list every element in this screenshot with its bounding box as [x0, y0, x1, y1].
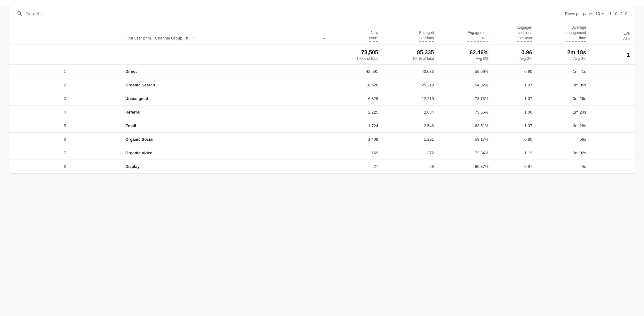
table-row: 7 Organic Video 169 272 72.34% 1.19 3m 0… [9, 146, 635, 160]
row-sort-cell [317, 92, 328, 106]
rows-per-page-label: Rows per page: [565, 11, 593, 16]
row-engagement-rate: 60.87% [439, 160, 493, 173]
row-sort-cell [317, 119, 328, 133]
row-new-users: 2,225 [328, 106, 383, 119]
table-row: 3 Unassigned 6,828 12,219 73.73% 1.07 3m… [9, 92, 635, 106]
events-label: EveAll e [623, 31, 630, 42]
sort-down-icon [322, 36, 326, 41]
search-box[interactable]: Search... [17, 10, 44, 17]
row-sort-cell [317, 106, 328, 119]
dimension-dropdown-icon: ▾ [186, 35, 188, 41]
row-sort-cell [317, 65, 328, 78]
row-new-users: 18,526 [328, 78, 383, 92]
row-engagement-rate: 72.34% [439, 146, 493, 160]
engaged-sessions-per-user-label: Engagedsessionsper user [517, 25, 532, 42]
row-engagement-rate: 63.51% [439, 119, 493, 133]
row-sort-cell [317, 160, 328, 173]
row-avg-engagement-time: 3m 26s [537, 92, 591, 106]
new-users-header[interactable]: Newusers [328, 21, 383, 44]
row-engaged-sessions: 2,546 [383, 119, 439, 133]
total-avg-time-value: 2m 18s [542, 49, 586, 56]
total-esp-user-value: 0.96 [498, 49, 532, 56]
table-row: 6 Organic Social 1,409 1,221 58.17% 0.80… [9, 133, 635, 146]
channel-name[interactable]: Organic Search [120, 78, 317, 92]
row-sort-cell [317, 133, 328, 146]
row-events [591, 78, 635, 92]
analytics-table: First user prim…Channel Group) ▾ + Newus… [9, 21, 635, 173]
total-new-users-value: 73,505 [332, 49, 378, 56]
sort-indicator-header [317, 21, 328, 44]
row-number: 4 [9, 106, 120, 119]
row-avg-engagement-time: 3m 28s [537, 119, 591, 133]
engagement-rate-header[interactable]: Engagementrate [439, 21, 493, 44]
channel-name[interactable]: Unassigned [120, 92, 317, 106]
total-engagement-rate-value: 62.46% [444, 49, 488, 56]
rows-select[interactable]: 10 [596, 11, 604, 16]
row-sort-cell [317, 146, 328, 160]
totals-events: 1 [591, 44, 635, 65]
totals-empty-cell [9, 44, 317, 65]
row-engaged-sessions: 25,219 [383, 78, 439, 92]
table-row: 4 Referral 2,225 2,634 73.55% 1.06 1m 24… [9, 106, 635, 119]
row-engaged-sessions-per-user: 1.06 [493, 106, 537, 119]
avg-engagement-time-header[interactable]: Averageengagementtime [537, 21, 591, 44]
row-events [591, 92, 635, 106]
row-number: 6 [9, 133, 120, 146]
new-users-label: Newusers [369, 30, 378, 42]
row-number: 7 [9, 146, 120, 160]
row-engaged-sessions-per-user: 1.07 [493, 92, 537, 106]
row-engaged-sessions-per-user: 0.97 [493, 160, 537, 173]
row-avg-engagement-time: 1m 24s [537, 106, 591, 119]
row-engaged-sessions: 12,219 [383, 92, 439, 106]
row-events [591, 160, 635, 173]
search-icon [17, 10, 23, 17]
add-dimension-button[interactable]: + [192, 35, 196, 42]
row-new-users: 42,591 [328, 65, 383, 78]
row-engaged-sessions-per-user: 0.90 [493, 65, 537, 78]
totals-row: 73,505 100% of total 85,335 100% of tota… [9, 44, 635, 65]
engaged-sessions-per-user-header[interactable]: Engagedsessionsper user [493, 21, 537, 44]
toolbar: Search... Rows per page: 10 1-10 of 10 [9, 6, 635, 21]
total-engaged-sessions-value: 85,335 [388, 49, 434, 56]
row-events [591, 65, 635, 78]
table-body: 1 Direct 42,591 43,083 59.06% 0.90 1m 41… [9, 65, 635, 173]
row-engaged-sessions-per-user: 1.07 [493, 78, 537, 92]
rows-per-page: Rows per page: 10 [565, 11, 604, 16]
column-header-row: First user prim…Channel Group) ▾ + Newus… [9, 21, 635, 44]
channel-name[interactable]: Email [120, 119, 317, 133]
row-sort-cell [317, 78, 328, 92]
row-number: 1 [9, 65, 120, 78]
totals-engaged-sessions-per-user: 0.96 Avg 0% [493, 44, 537, 65]
channel-name[interactable]: Display [120, 160, 317, 173]
totals-engagement-rate: 62.46% Avg 0% [439, 44, 493, 65]
row-new-users: 1,409 [328, 133, 383, 146]
dimension-col-label: First user prim…Channel Group) [125, 36, 184, 40]
total-events-value: 1 [596, 52, 630, 58]
total-engagement-rate-sub: Avg 0% [444, 56, 488, 61]
channel-name[interactable]: Organic Social [120, 133, 317, 146]
row-engaged-sessions-per-user: 0.80 [493, 133, 537, 146]
channel-name[interactable]: Referral [120, 106, 317, 119]
row-events [591, 106, 635, 119]
totals-sort-cell [317, 44, 328, 65]
row-avg-engagement-time: 44s [537, 160, 591, 173]
dimension-column-header[interactable] [9, 21, 120, 44]
row-avg-engagement-time: 1m 41s [537, 65, 591, 78]
row-events [591, 119, 635, 133]
channel-name[interactable]: Organic Video [120, 146, 317, 160]
events-header[interactable]: EveAll e [591, 21, 635, 44]
table-row: 1 Direct 42,591 43,083 59.06% 0.90 1m 41… [9, 65, 635, 78]
row-avg-engagement-time: 3m 02s [537, 146, 591, 160]
pagination-text: 1-10 of 10 [609, 11, 627, 16]
row-new-users: 6,828 [328, 92, 383, 106]
table-row: 2 Organic Search 18,526 25,219 64.82% 1.… [9, 78, 635, 92]
search-placeholder: Search... [26, 11, 44, 16]
channel-name[interactable]: Direct [120, 65, 317, 78]
row-engagement-rate: 73.55% [439, 106, 493, 119]
dimension-label-header[interactable]: First user prim…Channel Group) ▾ + [120, 21, 317, 44]
row-number: 3 [9, 92, 120, 106]
engaged-sessions-header[interactable]: Engagedsessions [383, 21, 439, 44]
table-row: 8 Display 27 28 60.87% 0.97 44s [9, 160, 635, 173]
row-engaged-sessions: 43,083 [383, 65, 439, 78]
rows-select-value: 10 [596, 11, 600, 16]
